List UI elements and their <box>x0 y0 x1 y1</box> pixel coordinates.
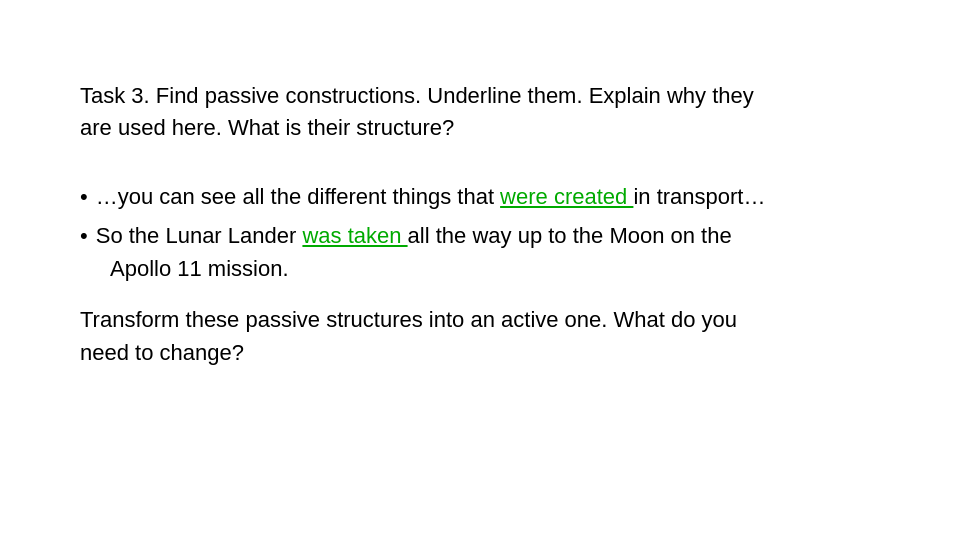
heading-line2: are used here. What is their structure? <box>80 115 454 140</box>
bullet2-before: So the Lunar Lander <box>96 223 303 248</box>
bullet-text-2: So the Lunar Lander was taken all the wa… <box>96 219 766 252</box>
bullet-list: • …you can see all the different things … <box>80 180 765 285</box>
bullet1-after: in transport… <box>633 184 765 209</box>
task-heading: Task 3. Find passive constructions. Unde… <box>80 80 765 144</box>
page-container: Task 3. Find passive constructions. Unde… <box>0 0 960 540</box>
bullet-item-1: • …you can see all the different things … <box>80 180 765 213</box>
bullet-dot-2: • <box>80 219 88 252</box>
bullet2-passive: was taken <box>302 223 407 248</box>
bullet2-continuation: Apollo 11 mission. <box>80 252 765 285</box>
bullet-item-2: • So the Lunar Lander was taken all the … <box>80 219 765 252</box>
transform-line1: Transform these passive structures into … <box>80 307 737 332</box>
heading-line1: Task 3. Find passive constructions. Unde… <box>80 83 754 108</box>
bullet1-passive: were created <box>500 184 633 209</box>
transform-line2: need to change? <box>80 340 244 365</box>
bullet1-before: …you can see all the different things th… <box>96 184 500 209</box>
bullet-text-1: …you can see all the different things th… <box>96 180 766 213</box>
content-block: Task 3. Find passive constructions. Unde… <box>80 80 765 369</box>
bullet-dot-1: • <box>80 180 88 213</box>
transform-block: Transform these passive structures into … <box>80 303 765 369</box>
bullet2-after: all the way up to the Moon on the <box>408 223 732 248</box>
